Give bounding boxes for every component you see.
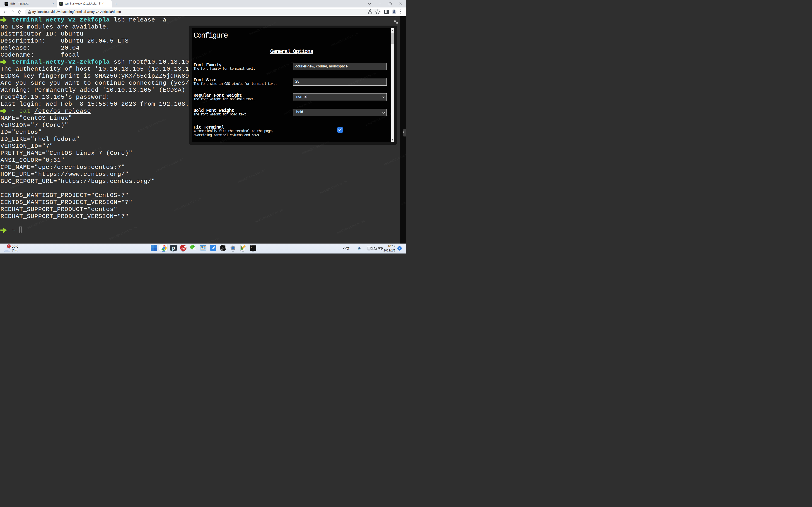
- svg-text:p: p: [172, 245, 175, 250]
- svg-text:1: 1: [8, 245, 10, 248]
- svg-text:>_: >_: [251, 247, 253, 248]
- svg-text:C:\: C:\: [251, 245, 253, 246]
